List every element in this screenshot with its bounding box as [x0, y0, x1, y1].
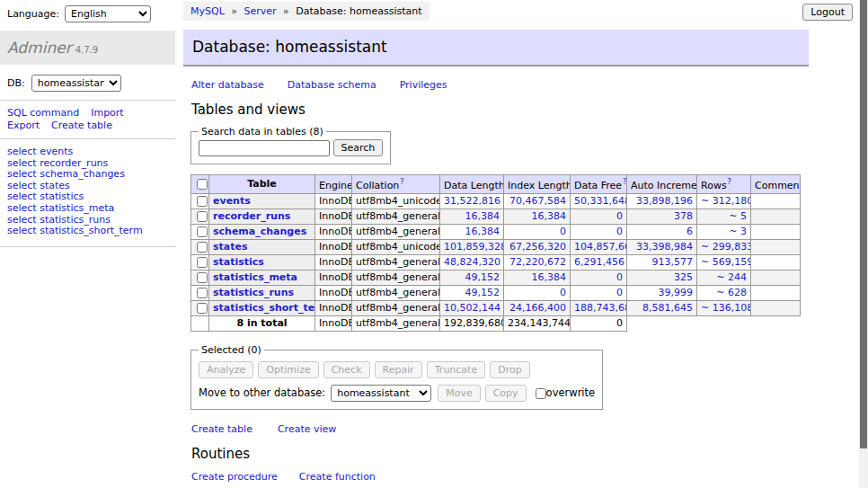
data-length-value-link[interactable]: 49,152 — [444, 271, 500, 284]
create-function-link[interactable]: Create function — [299, 471, 376, 483]
create-table-link[interactable]: Create table — [191, 423, 252, 435]
breadcrumb-link-server[interactable]: Server — [244, 5, 277, 17]
help-link[interactable]: ? — [623, 178, 626, 186]
optimize-button[interactable]: Optimize — [258, 361, 318, 378]
index-length-value-link[interactable]: 72,220,672 — [508, 256, 566, 269]
row-checkbox[interactable] — [197, 288, 208, 298]
sidebar-link-select-statistics-meta[interactable]: select statistics_meta — [7, 203, 175, 215]
auto-increment-value-link[interactable]: 8,581,645 — [631, 302, 693, 315]
breadcrumb-link-mysql[interactable]: MySQL — [190, 5, 225, 17]
rows-value-link[interactable]: ~ 569,159 — [701, 256, 747, 269]
row-checkbox[interactable] — [197, 303, 208, 314]
overwrite-checkbox[interactable] — [536, 388, 546, 399]
scrollbar-thumb[interactable] — [860, 0, 867, 448]
sidebar-action-export[interactable]: Export — [7, 120, 40, 131]
check-button[interactable]: Check — [323, 361, 370, 378]
rows-value-link[interactable]: ~ 244 — [701, 271, 747, 284]
rows-value-link[interactable]: ~ 299,833 — [701, 241, 747, 253]
data-free-value-link[interactable]: 0 — [574, 210, 623, 223]
help-link[interactable]: ? — [400, 178, 403, 186]
truncate-button[interactable]: Truncate — [427, 361, 485, 378]
tables-heading: Tables and views — [191, 102, 809, 118]
sidebar-action-sql-command[interactable]: SQL command — [7, 107, 79, 119]
data-length-value-link[interactable]: 16,384 — [444, 210, 500, 223]
index-length-value-link[interactable]: 16,384 — [508, 271, 566, 284]
sidebar-action-create-table[interactable]: Create table — [51, 120, 112, 131]
column-header-collation: Collation? — [352, 175, 440, 194]
auto-increment-value-link[interactable]: 325 — [631, 271, 693, 284]
rows-value-link[interactable]: ~ 3 — [701, 226, 747, 238]
data-free-value-link[interactable]: 50,331,648 — [574, 195, 623, 208]
create-view-link[interactable]: Create view — [278, 423, 336, 435]
select-all-checkbox[interactable] — [197, 179, 208, 190]
sidebar-link-select-schema-changes[interactable]: select schema_changes — [7, 169, 175, 181]
subnav-privileges[interactable]: Privileges — [400, 79, 447, 91]
data-length-value-link[interactable]: 31,522,816 — [444, 195, 500, 208]
search-button[interactable]: Search — [333, 139, 384, 156]
data-length-value-link[interactable]: 16,384 — [444, 226, 500, 238]
analyze-button[interactable]: Analyze — [199, 361, 253, 378]
column-header-label: Index Length — [508, 180, 571, 191]
search-input[interactable] — [199, 140, 330, 156]
table-name-link-recorder-runs[interactable]: recorder_runs — [213, 210, 290, 222]
data-free-value-link[interactable]: 104,857,600 — [574, 241, 623, 253]
row-checkbox[interactable] — [197, 196, 208, 207]
data-free-value-link[interactable]: 0 — [574, 226, 623, 238]
scrollbar-track[interactable] — [859, 0, 868, 488]
data-length-value-link[interactable]: 48,824,320 — [444, 256, 500, 269]
rows-value-link[interactable]: ~ 628 — [701, 287, 747, 299]
data-length-value-link[interactable]: 49,152 — [444, 287, 500, 299]
auto-increment-value-link[interactable]: 378 — [631, 210, 693, 223]
help-link[interactable]: ? — [728, 178, 731, 186]
move-button[interactable]: Move — [438, 385, 481, 402]
data-length-value-link[interactable]: 101,859,328 — [444, 241, 500, 253]
index-length-value-link[interactable]: 70,467,584 — [508, 195, 566, 208]
table-name-link-states[interactable]: states — [213, 241, 248, 253]
language-select[interactable]: English — [65, 5, 151, 22]
row-checkbox[interactable] — [197, 211, 208, 222]
auto-increment-value-link[interactable]: 39,999 — [631, 287, 693, 299]
rows-value-link[interactable]: ~ 136,108 — [701, 302, 747, 315]
auto-increment-value-link[interactable]: 33,398,984 — [631, 241, 693, 253]
column-header-label: Auto Increment — [631, 180, 697, 191]
sidebar-action-import[interactable]: Import — [91, 107, 124, 119]
subnav-database-schema[interactable]: Database schema — [288, 79, 376, 91]
db-row: DB: homeassistant — [7, 75, 175, 92]
move-db-select[interactable]: homeassistant — [331, 385, 431, 402]
data-length-value-link[interactable]: 10,502,144 — [444, 302, 500, 315]
auto-increment-value-link[interactable]: 913,577 — [631, 256, 693, 269]
index-length-value-link[interactable]: 16,384 — [508, 210, 566, 223]
index-length-value-link[interactable]: 24,166,400 — [508, 302, 566, 315]
data-free-value-link[interactable]: 188,743,680 — [574, 302, 623, 315]
auto-increment-value-link[interactable]: 6 — [631, 226, 693, 238]
table-name-link-statistics-meta[interactable]: statistics_meta — [213, 271, 297, 283]
create-procedure-link[interactable]: Create procedure — [191, 471, 278, 483]
rows-value-link[interactable]: ~ 312,180 — [701, 195, 747, 208]
table-name-link-statistics-short-term[interactable]: statistics_short_term — [213, 302, 315, 314]
row-checkbox[interactable] — [197, 257, 208, 268]
sidebar-link-select-statistics-short-term[interactable]: select statistics_short_term — [7, 226, 175, 237]
data-free-value-link[interactable]: 0 — [574, 271, 623, 284]
drop-button[interactable]: Drop — [490, 361, 529, 378]
row-checkbox[interactable] — [197, 242, 208, 253]
sidebar-link-select-events[interactable]: select events — [7, 146, 175, 158]
auto-increment-value: 33,898,196 — [627, 193, 697, 209]
table-name-link-statistics[interactable]: statistics — [213, 256, 264, 268]
data-free-value-link[interactable]: 0 — [574, 287, 623, 299]
subnav-alter-database[interactable]: Alter database — [191, 79, 264, 91]
row-checkbox[interactable] — [197, 226, 208, 237]
rows-value-link[interactable]: ~ 5 — [701, 210, 747, 223]
logout-button[interactable]: Logout — [802, 4, 853, 21]
table-name-link-schema-changes[interactable]: schema_changes — [213, 226, 306, 237]
copy-button[interactable]: Copy — [485, 385, 527, 402]
repair-button[interactable]: Repair — [375, 361, 422, 378]
table-name-link-statistics-runs[interactable]: statistics_runs — [213, 287, 294, 298]
index-length-value-link[interactable]: 67,256,320 — [508, 241, 566, 253]
auto-increment-value-link[interactable]: 33,898,196 — [631, 195, 693, 208]
index-length-value-link[interactable]: 0 — [508, 226, 566, 238]
db-select[interactable]: homeassistant — [31, 75, 121, 92]
index-length-value-link[interactable]: 0 — [508, 287, 566, 299]
table-name-link-events[interactable]: events — [213, 195, 251, 207]
row-checkbox[interactable] — [197, 272, 208, 283]
data-free-value-link[interactable]: 6,291,456 — [574, 256, 623, 269]
